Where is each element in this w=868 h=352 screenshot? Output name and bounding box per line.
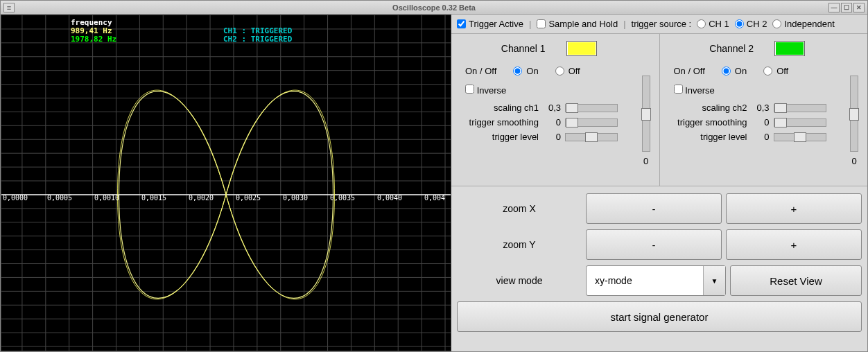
trigger-source-independent[interactable]: Independent xyxy=(772,19,834,29)
zoom-y-minus-button[interactable]: - xyxy=(586,229,722,260)
start-signal-generator-button[interactable]: start signal generator xyxy=(457,301,862,332)
ch2-smoothing-value: 0 xyxy=(753,117,774,127)
channel2-title: Channel 2 xyxy=(709,43,754,54)
ch1-smoothing-slider[interactable] xyxy=(565,118,618,127)
ch1-trigger-level-value: 0 xyxy=(544,132,565,142)
view-mode-label: view mode xyxy=(457,275,582,286)
ch1-scaling-label: scaling ch1 xyxy=(461,103,544,113)
ch2-on-radio[interactable]: On xyxy=(722,66,747,76)
axis-tick: 0,0040 xyxy=(377,194,402,202)
channel2-color-swatch[interactable] xyxy=(774,41,805,56)
axis-tick: 0,0015 xyxy=(141,194,166,202)
ch2-scaling-label: scaling ch2 xyxy=(670,103,753,113)
ch2-inverse-checkbox[interactable]: Inverse xyxy=(674,85,715,96)
window-menu-icon[interactable]: ≡ xyxy=(3,3,15,12)
ch2-scaling-value: 0,3 xyxy=(753,103,774,113)
axis-tick: 0,004 xyxy=(424,194,445,202)
ch2-vertical-slider[interactable] xyxy=(850,76,858,152)
oscilloscope-display: frequency 989,41 Hz 1978,82 Hz CH1 : TRI… xyxy=(1,15,451,351)
ch1-off-radio[interactable]: Off xyxy=(555,66,580,76)
ch1-inverse-checkbox[interactable]: Inverse xyxy=(465,85,506,96)
reset-view-button[interactable]: Reset View xyxy=(730,265,862,296)
ch2-off-radio[interactable]: Off xyxy=(763,66,788,76)
zoom-y-plus-button[interactable]: + xyxy=(726,229,862,260)
close-button[interactable]: ✕ xyxy=(853,3,865,12)
ch1-scaling-value: 0,3 xyxy=(544,103,565,113)
zoom-x-plus-button[interactable]: + xyxy=(726,193,862,224)
axis-tick: 0,0025 xyxy=(236,194,261,202)
ch1-trigger-level-label: trigger level xyxy=(461,132,544,142)
axis-tick: 0,0010 xyxy=(94,194,119,202)
sample-hold-checkbox[interactable]: Sample and Hold xyxy=(537,19,618,29)
trigger-source-ch1[interactable]: CH 1 xyxy=(697,19,729,29)
ch1-trigger-level-slider[interactable] xyxy=(565,133,618,141)
view-mode-value: xy-mode xyxy=(587,275,703,286)
minimize-button[interactable]: — xyxy=(828,3,840,12)
ch1-onoff-label: On / Off xyxy=(465,66,496,76)
frequency-ch2: 1978,82 Hz xyxy=(71,35,116,44)
zoom-x-minus-button[interactable]: - xyxy=(586,193,722,224)
channel1-title: Channel 1 xyxy=(501,43,546,54)
ch2-onoff-label: On / Off xyxy=(674,66,705,76)
axis-tick: 0,0000 xyxy=(3,194,28,202)
ch2-trigger-level-slider[interactable] xyxy=(774,133,826,141)
trigger-source-label: trigger source : xyxy=(632,19,692,29)
zoom-x-label: zoom X xyxy=(457,203,582,214)
ch1-scaling-slider[interactable] xyxy=(565,104,618,112)
axis-tick: 0,0005 xyxy=(47,194,72,202)
axis-tick: 0,0020 xyxy=(189,194,214,202)
trigger-active-checkbox[interactable]: Trigger Active xyxy=(457,19,523,29)
axis-tick: 0,0035 xyxy=(330,194,355,202)
chevron-down-icon[interactable]: ▼ xyxy=(703,266,725,295)
maximize-button[interactable]: ☐ xyxy=(841,3,852,12)
ch2-status: CH2 : TRIGGERED xyxy=(223,35,292,44)
zoom-y-label: zoom Y xyxy=(457,239,582,250)
ch1-smoothing-label: trigger smoothing xyxy=(461,117,544,127)
axis-tick: 0,0030 xyxy=(283,194,308,202)
ch2-trigger-level-label: trigger level xyxy=(670,132,753,142)
ch1-on-radio[interactable]: On xyxy=(513,66,538,76)
channel1-color-swatch[interactable] xyxy=(566,41,597,56)
ch1-vertical-value: 0 xyxy=(643,156,648,166)
ch2-scaling-slider[interactable] xyxy=(774,104,826,112)
ch1-vertical-slider[interactable] xyxy=(642,76,650,152)
trigger-source-ch2[interactable]: CH 2 xyxy=(735,19,767,29)
ch2-smoothing-slider[interactable] xyxy=(774,118,826,127)
view-mode-combobox[interactable]: xy-mode ▼ xyxy=(586,265,726,296)
ch2-trigger-level-value: 0 xyxy=(753,132,774,142)
ch2-vertical-value: 0 xyxy=(851,156,856,166)
ch1-smoothing-value: 0 xyxy=(544,117,565,127)
ch2-smoothing-label: trigger smoothing xyxy=(670,117,753,127)
window-title: Oscilloscope 0.32 Beta xyxy=(392,3,476,12)
